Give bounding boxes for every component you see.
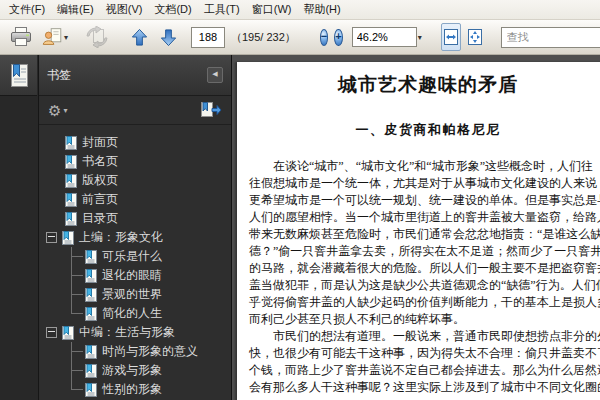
body-text-line: 盖当做犯罪，而是认为这是缺少公共道德观念的“缺德”行为。人们似 — [249, 277, 600, 294]
bookmark-item[interactable]: 简化的人生 — [39, 304, 231, 323]
print-icon — [9, 26, 33, 48]
bookmark-item[interactable]: 退化的眼睛 — [39, 266, 231, 285]
previous-page-button[interactable] — [125, 23, 153, 51]
bookmark-page-icon — [85, 383, 97, 397]
bookmark-page-icon — [85, 307, 97, 321]
search-input[interactable] — [501, 27, 600, 48]
bookmarks-panel: 书签 ◀ ⚙ ▾ 封面页书名页版权页前言页目录页上编：形象文化可乐是什么退化的眼… — [39, 55, 232, 400]
goto-current-bookmark-button[interactable] — [200, 102, 222, 118]
bookmarks-options-bar: ⚙ ▾ — [39, 96, 231, 125]
body-text-line: 而利己少甚至只损人不利己的纯粹坏事。 — [249, 311, 600, 328]
menu-item[interactable]: 帮助(H) — [297, 0, 346, 19]
bookmark-label: 中编：生活与形象 — [79, 324, 175, 341]
bookmark-label: 性别的形象 — [102, 381, 162, 398]
bookmark-label: 时尚与形象的意义 — [102, 343, 198, 360]
bookmark-item[interactable]: 封面页 — [39, 133, 231, 152]
bookmark-label: 景观的世界 — [102, 286, 162, 303]
fit-width-button[interactable] — [441, 23, 461, 51]
body-text-line: 会有那么多人干这种事呢？这里实际上涉及到了城市中不同文化圈的 — [249, 379, 600, 396]
bookmark-page-icon — [85, 250, 97, 264]
bookmark-page-icon — [65, 174, 77, 188]
page-number-input[interactable] — [191, 27, 225, 48]
body-text-line: 快，也很少有可能去干这种事，因为得失太不合理：偷只井盖卖不了几 — [249, 345, 600, 362]
dropdown-caret-icon: ▾ — [64, 33, 68, 42]
body-text-line: 个钱，而路上少了窨井盖说不定自己都会掉进去。那么为什么居然还 — [249, 362, 600, 379]
gear-dropdown-caret-icon[interactable]: ▾ — [63, 106, 67, 115]
menu-item[interactable]: 窗口(W) — [246, 0, 298, 19]
section-heading: 一、皮货商和帕格尼尼 — [249, 121, 600, 138]
bookmark-label: 版权页 — [82, 172, 118, 189]
body-text-line: 的马路，就会潜藏着很大的危险。所以人们一般主要不是把盗窃窨井 — [249, 260, 600, 277]
pdf-reader-window: 文件(F)编辑(E)视图(V)文档(D)工具(T)窗口(W)帮助(H) — [0, 0, 600, 400]
gear-icon[interactable]: ⚙ — [48, 103, 61, 118]
bookmark-page-icon — [62, 231, 74, 245]
bookmark-label: 可乐是什么 — [102, 248, 162, 265]
menu-item[interactable]: 文档(D) — [148, 0, 197, 19]
collapse-minus-box[interactable] — [46, 232, 57, 243]
bookmark-item[interactable]: 版权页 — [39, 171, 231, 190]
navigation-icon-strip — [0, 55, 39, 400]
bookmark-tree: 封面页书名页版权页前言页目录页上编：形象文化可乐是什么退化的眼睛景观的世界简化的… — [39, 125, 231, 400]
bookmark-item[interactable]: 前言页 — [39, 190, 231, 209]
bookmark-page-icon — [85, 364, 97, 378]
body-text-line: 更希望城市是一个可以统一规划、统一建设的单体。但是事实总是与 — [249, 192, 600, 209]
bookmark-label: 前言页 — [82, 191, 118, 208]
bookmark-page-icon — [65, 212, 77, 226]
bookmark-page-icon — [62, 326, 74, 340]
bookmark-item[interactable]: 中编：生活与形象 — [39, 323, 231, 342]
bookmark-item[interactable]: 时尚与形象的意义 — [39, 342, 231, 361]
collapse-minus-box[interactable] — [46, 327, 57, 338]
goto-bookmark-icon — [200, 102, 222, 118]
bookmark-page-icon — [65, 155, 77, 169]
body-text-line: 在谈论“城市”、“城市文化”和“城市形象”这些概念时，人们往 — [249, 158, 600, 175]
menu-bar: 文件(F)编辑(E)视图(V)文档(D)工具(T)窗口(W)帮助(H) — [0, 0, 600, 20]
bookmark-label: 游戏与形象 — [102, 362, 162, 379]
collapse-panel-button[interactable]: ◀ — [207, 67, 223, 83]
page-title: 城市艺术趣味的矛盾 — [249, 73, 600, 97]
tree-connector — [71, 304, 85, 323]
zoom-out-button[interactable]: − — [320, 29, 328, 46]
down-arrow-icon — [159, 28, 178, 47]
bookmark-item[interactable]: 上编：形象文化 — [39, 228, 231, 247]
up-arrow-icon — [130, 28, 149, 47]
menu-item[interactable]: 工具(T) — [198, 0, 246, 19]
bookmark-item[interactable]: 可乐是什么 — [39, 247, 231, 266]
share-document-button[interactable]: ▾ — [41, 23, 69, 51]
collaborate-button-disabled — [83, 23, 111, 51]
share-document-icon — [42, 26, 63, 48]
next-page-button[interactable] — [154, 23, 182, 51]
zoom-level-input[interactable] — [352, 27, 417, 47]
tree-connector — [71, 285, 85, 304]
menu-item[interactable]: 视图(V) — [100, 0, 149, 19]
bookmark-page-icon — [85, 288, 97, 302]
bookmark-page-icon — [85, 345, 97, 359]
tree-connector — [71, 266, 85, 285]
tree-connector — [71, 361, 85, 380]
zoom-in-button[interactable]: + — [334, 29, 342, 46]
bookmark-label: 书名页 — [82, 153, 118, 170]
menu-item[interactable]: 文件(F) — [3, 0, 51, 19]
bookmarks-panel-title: 书签 — [47, 67, 71, 84]
bookmark-label: 目录页 — [82, 210, 118, 227]
page-body-text: 在谈论“城市”、“城市文化”和“城市形象”这些概念时，人们往往假想城市是一个统一… — [249, 158, 600, 396]
bookmark-item[interactable]: 景观的世界 — [39, 285, 231, 304]
body-text-line: 乎觉得偷窨井盖的人缺少起码的价值判断能力，干的基本上是损人多 — [249, 294, 600, 311]
menu-item[interactable]: 编辑(E) — [51, 0, 100, 19]
body-text-line: 市民们的想法有道理。一般说来，普通市民即使想捞点非分的外 — [249, 328, 600, 345]
document-area[interactable]: 城市艺术趣味的矛盾 一、皮货商和帕格尼尼 在谈论“城市”、“城市文化”和“城市形… — [232, 55, 600, 400]
bookmark-label: 上编：形象文化 — [79, 229, 163, 246]
bookmark-item[interactable]: 书名页 — [39, 152, 231, 171]
bookmark-item[interactable]: 游戏与形象 — [39, 361, 231, 380]
bookmark-item[interactable]: 目录页 — [39, 209, 231, 228]
bookmarks-panel-button[interactable] — [0, 55, 37, 96]
zoom-dropdown-caret-icon[interactable]: ▾ — [418, 33, 422, 42]
document-page: 城市艺术趣味的矛盾 一、皮货商和帕格尼尼 在谈论“城市”、“城市文化”和“城市形… — [237, 62, 600, 400]
fit-page-button[interactable] — [465, 23, 485, 51]
bookmark-label: 退化的眼睛 — [102, 267, 162, 284]
fit-page-icon — [466, 28, 484, 46]
print-button[interactable] — [7, 23, 35, 51]
bookmark-item[interactable]: 性别的形象 — [39, 380, 231, 399]
bookmark-page-icon — [85, 269, 97, 283]
collaborate-icon — [85, 26, 109, 48]
bookmark-page-icon — [65, 136, 77, 150]
